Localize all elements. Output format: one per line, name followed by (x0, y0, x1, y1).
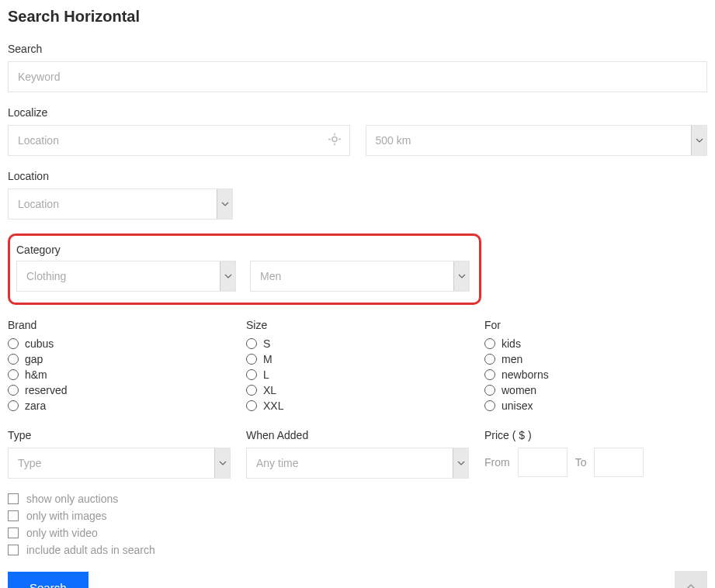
radio-icon (484, 354, 495, 365)
price-from-label: From (484, 456, 510, 469)
when-added-label: When Added (246, 429, 469, 441)
checkbox-icon (8, 527, 19, 538)
radio-brand-reserved[interactable]: reserved (8, 384, 231, 396)
location-select[interactable]: Location (8, 189, 233, 220)
for-group: For kids men newborns women unisex (484, 319, 707, 415)
category-main-select[interactable]: Clothing (16, 261, 236, 292)
radio-icon (484, 400, 495, 411)
checkbox-icon (8, 545, 19, 555)
radio-for-kids[interactable]: kids (484, 337, 707, 350)
search-group: Search (8, 43, 707, 92)
radio-label: newborns (502, 368, 549, 381)
radio-icon (8, 338, 19, 349)
extra-filters: show only auctions only with images only… (8, 493, 707, 556)
distance-select[interactable]: 500 km (366, 125, 708, 156)
localize-group: Localize 500 km (8, 106, 707, 156)
price-to-label: To (575, 456, 587, 469)
check-label: show only auctions (26, 493, 118, 505)
size-options: S M L XL XXL (246, 337, 469, 412)
radio-label: women (502, 384, 536, 396)
chevron-down-icon (453, 261, 469, 291)
radio-icon (246, 354, 257, 365)
radio-label: cubus (25, 337, 54, 350)
check-images[interactable]: only with images (8, 510, 707, 522)
localize-label: Localize (8, 106, 707, 119)
chevron-down-icon (220, 261, 235, 291)
category-highlight: Category Clothing Men (8, 233, 481, 305)
localize-location-input[interactable] (8, 125, 350, 156)
crosshair-icon[interactable] (328, 133, 341, 148)
scroll-top-button[interactable] (675, 571, 707, 588)
radio-label: h&m (25, 368, 47, 381)
check-label: include adult ads in search (26, 544, 155, 556)
radio-brand-zara[interactable]: zara (8, 399, 231, 412)
location-label: Location (8, 170, 707, 182)
check-label: only with images (26, 510, 107, 522)
check-adult[interactable]: include adult ads in search (8, 544, 707, 556)
category-sub-select[interactable]: Men (250, 261, 470, 292)
filters-row-1: Brand cubus gap h&m reserved zara Size S… (8, 319, 707, 415)
radio-icon (484, 385, 495, 396)
radio-icon (8, 400, 19, 411)
price-group: Price ( $ ) From To (484, 429, 707, 479)
radio-label: unisex (502, 399, 533, 412)
radio-size-xxl[interactable]: XXL (246, 399, 469, 412)
radio-label: reserved (25, 384, 67, 396)
brand-label: Brand (8, 319, 231, 331)
for-options: kids men newborns women unisex (484, 337, 707, 412)
price-to-input[interactable] (594, 448, 644, 477)
checkbox-icon (8, 510, 19, 521)
type-group: Type Type (8, 429, 231, 479)
radio-label: zara (25, 399, 46, 412)
brand-options: cubus gap h&m reserved zara (8, 337, 231, 412)
radio-brand-gap[interactable]: gap (8, 353, 231, 365)
chevron-down-icon (217, 189, 232, 219)
radio-icon (246, 338, 257, 349)
radio-label: kids (502, 337, 521, 350)
radio-for-women[interactable]: women (484, 384, 707, 396)
radio-icon (246, 400, 257, 411)
location-group: Location Location (8, 170, 707, 220)
radio-icon (484, 338, 495, 349)
radio-size-s[interactable]: S (246, 337, 469, 350)
page-title: Search Horizontal (8, 8, 707, 26)
price-from-input[interactable] (518, 448, 567, 477)
for-label: For (484, 319, 707, 331)
check-auctions[interactable]: show only auctions (8, 493, 707, 505)
chevron-down-icon (214, 448, 230, 478)
category-label: Category (16, 244, 470, 256)
radio-for-newborns[interactable]: newborns (484, 368, 707, 381)
radio-icon (246, 369, 257, 380)
when-added-select[interactable]: Any time (246, 448, 469, 479)
radio-icon (8, 385, 19, 396)
radio-size-xl[interactable]: XL (246, 384, 469, 396)
category-sub-value: Men (251, 261, 453, 291)
search-input[interactable] (8, 61, 707, 92)
radio-size-l[interactable]: L (246, 368, 469, 381)
search-label: Search (8, 43, 707, 55)
size-label: Size (246, 319, 469, 331)
radio-icon (8, 354, 19, 365)
check-video[interactable]: only with video (8, 527, 707, 539)
chevron-down-icon (691, 126, 706, 155)
type-select[interactable]: Type (8, 448, 231, 479)
chevron-down-icon (453, 448, 468, 478)
type-value: Type (9, 448, 214, 478)
radio-brand-cubus[interactable]: cubus (8, 337, 231, 350)
size-group: Size S M L XL XXL (246, 319, 469, 415)
radio-icon (8, 369, 19, 380)
radio-brand-hm[interactable]: h&m (8, 368, 231, 381)
chevron-up-icon (685, 581, 697, 588)
radio-for-unisex[interactable]: unisex (484, 399, 707, 412)
radio-label: gap (25, 353, 43, 365)
search-button[interactable]: Search (8, 572, 89, 588)
radio-icon (246, 385, 257, 396)
distance-value: 500 km (366, 126, 692, 155)
radio-size-m[interactable]: M (246, 353, 469, 365)
radio-label: S (263, 337, 270, 350)
radio-label: men (502, 353, 522, 365)
radio-for-men[interactable]: men (484, 353, 707, 365)
type-label: Type (8, 429, 231, 441)
svg-point-0 (332, 137, 337, 142)
radio-label: M (263, 353, 272, 365)
